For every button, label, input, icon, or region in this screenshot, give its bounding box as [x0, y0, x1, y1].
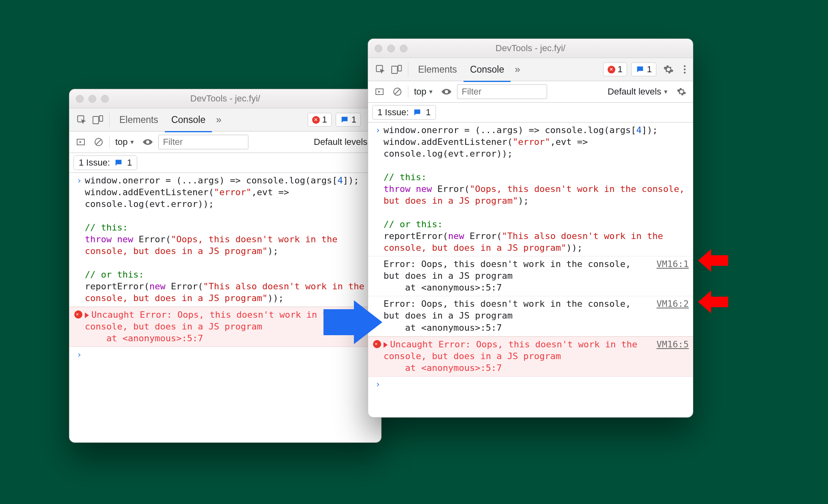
code-entry: window.onerror = (...args) => console.lo… [85, 174, 377, 304]
message-count: 1 [351, 114, 356, 125]
traffic-lights [375, 45, 408, 52]
issues-count: 1 [426, 107, 431, 118]
source-link[interactable]: VM16:1 [649, 258, 689, 293]
error-icon [312, 116, 320, 124]
kebab-menu-icon[interactable] [677, 61, 693, 78]
devtools-window-right: DevTools - jec.fyi/ Elements Console » 1… [368, 39, 693, 418]
close-dot[interactable] [76, 95, 84, 103]
console-settings-icon[interactable] [674, 84, 689, 99]
min-dot[interactable] [387, 45, 395, 52]
max-dot[interactable] [400, 45, 408, 52]
close-dot[interactable] [375, 45, 382, 52]
filter-input[interactable] [158, 135, 248, 149]
window-title: DevTools - jec.fyi/ [69, 93, 381, 104]
issues-chip[interactable]: 1 Issue: 1 [372, 105, 436, 120]
toggle-sidebar-icon[interactable] [73, 135, 88, 149]
max-dot[interactable] [101, 95, 109, 103]
prompt-icon: › [73, 174, 85, 304]
prompt-icon: › [372, 124, 384, 254]
expand-icon[interactable] [85, 312, 89, 318]
live-expression-icon[interactable] [439, 84, 454, 99]
levels-label: Default levels [314, 137, 367, 147]
prompt-icon: › [73, 349, 85, 360]
traffic-lights [76, 95, 109, 103]
inspect-icon[interactable] [73, 112, 90, 128]
source-link[interactable]: VM16:2 [649, 298, 689, 333]
svg-point-9 [684, 65, 686, 67]
error-count-badge[interactable]: 1 [603, 62, 627, 76]
console-error-row[interactable]: Uncaught Error: Oops, this doesn't work … [368, 336, 693, 377]
device-toggle-icon[interactable] [388, 61, 405, 78]
console-body: › window.onerror = (...args) => console.… [368, 123, 693, 392]
tab-console[interactable]: Console [464, 57, 511, 82]
prompt-icon: › [372, 378, 384, 390]
message-count-badge[interactable]: 1 [631, 62, 656, 76]
titlebar: DevTools - jec.fyi/ [368, 39, 693, 58]
log-message: Error: Oops, this doesn't work in the co… [384, 258, 649, 293]
filter-input[interactable] [457, 84, 547, 99]
error-count-badge[interactable]: 1 [308, 113, 332, 127]
levels-label: Default levels [608, 86, 661, 97]
inspect-icon[interactable] [372, 61, 388, 78]
device-toggle-icon[interactable] [90, 112, 106, 128]
error-gutter [73, 309, 85, 344]
error-message: Uncaught Error: Oops, this doesn't work … [384, 338, 649, 374]
toggle-sidebar-icon[interactable] [372, 84, 387, 99]
console-toolbar: top ▼ Default levels ▼ [69, 131, 381, 153]
tab-elements[interactable]: Elements [412, 58, 464, 81]
code-entry: window.onerror = (...args) => console.lo… [384, 124, 689, 254]
settings-icon[interactable] [660, 61, 677, 78]
tab-console[interactable]: Console [165, 107, 212, 132]
svg-rect-2 [99, 116, 103, 121]
error-count: 1 [618, 64, 623, 75]
svg-point-11 [684, 72, 686, 74]
message-count-badge[interactable]: 1 [336, 113, 361, 127]
svg-rect-7 [392, 66, 397, 73]
console-input-row[interactable]: › window.onerror = (...args) => console.… [368, 123, 693, 256]
live-expression-icon[interactable] [140, 135, 155, 149]
context-selector[interactable]: top ▼ [412, 86, 436, 97]
svg-line-5 [96, 140, 101, 144]
window-title: DevTools - jec.fyi/ [368, 43, 693, 54]
console-log-row[interactable]: Error: Oops, this doesn't work in the co… [368, 296, 693, 336]
issues-chip[interactable]: 1 Issue: 1 [73, 155, 137, 170]
error-icon [608, 66, 615, 73]
console-log-row[interactable]: Error: Oops, this doesn't work in the co… [368, 256, 693, 296]
clear-console-icon[interactable] [390, 84, 405, 99]
chevron-down-icon: ▼ [663, 88, 668, 95]
svg-rect-1 [93, 116, 99, 124]
chevron-down-icon: ▼ [129, 139, 135, 145]
clear-console-icon[interactable] [91, 135, 106, 149]
context-label: top [115, 137, 128, 147]
error-message: Uncaught Error: Oops, this doesn't work … [85, 309, 347, 344]
issues-label: 1 Issue: [79, 157, 110, 168]
more-tabs-icon[interactable]: » [212, 114, 225, 125]
context-label: top [414, 86, 427, 97]
console-prompt-row[interactable]: › [69, 347, 381, 363]
console-input-row[interactable]: › window.onerror = (...args) => console.… [69, 173, 381, 307]
console-prompt-row[interactable]: › [368, 377, 693, 392]
log-levels-selector[interactable]: Default levels ▼ [605, 86, 671, 97]
titlebar: DevTools - jec.fyi/ [69, 89, 381, 108]
source-link[interactable]: VM16:5 [649, 338, 689, 374]
message-count: 1 [647, 64, 652, 75]
svg-line-14 [395, 89, 400, 94]
svg-point-10 [684, 69, 686, 71]
expand-icon[interactable] [384, 342, 388, 348]
main-tabbar: Elements Console » 1 1 [69, 108, 381, 131]
issues-count: 1 [127, 157, 132, 168]
tab-elements[interactable]: Elements [113, 108, 165, 131]
console-toolbar: top ▼ Default levels ▼ [368, 81, 693, 103]
error-icon [74, 310, 82, 319]
more-tabs-icon[interactable]: » [511, 64, 524, 75]
chevron-down-icon: ▼ [428, 88, 434, 95]
svg-rect-8 [398, 65, 401, 71]
issues-bar: 1 Issue: 1 [69, 153, 381, 173]
context-selector[interactable]: top ▼ [113, 137, 137, 147]
error-count: 1 [322, 114, 327, 125]
min-dot[interactable] [88, 95, 96, 103]
log-message: Error: Oops, this doesn't work in the co… [384, 298, 649, 333]
log-levels-selector[interactable]: Default levels ▼ [311, 137, 377, 147]
main-tabbar: Elements Console » 1 1 [368, 58, 693, 81]
devtools-window-left: DevTools - jec.fyi/ Elements Console » 1… [69, 89, 382, 443]
